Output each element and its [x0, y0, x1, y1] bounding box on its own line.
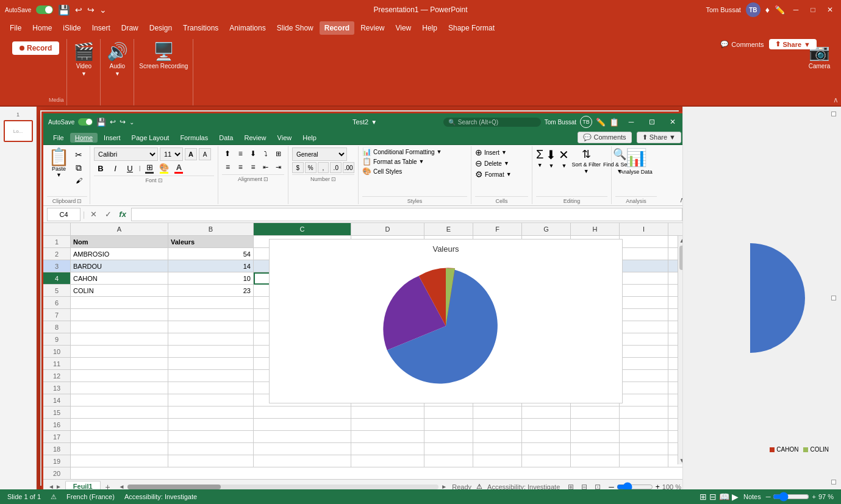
slideshow-icon[interactable]: ▶ [732, 492, 739, 502]
row-num-2[interactable]: 2 [43, 248, 70, 260]
pp-menu-home[interactable]: Home [27, 21, 57, 35]
pp-menu-slideshow[interactable]: Slide Show [272, 21, 318, 35]
col-header-h[interactable]: H [571, 223, 620, 235]
slide-sorter-icon[interactable]: ⊟ [709, 492, 717, 502]
format-painter-button[interactable]: 🖌 [72, 174, 85, 186]
slide-thumbnail-1[interactable]: Lo... [4, 120, 33, 142]
cut-button[interactable]: ✂ [72, 149, 85, 161]
normal-view-button[interactable]: ⊞ [565, 481, 577, 490]
font-family-selector[interactable]: Calibri [94, 147, 158, 161]
cell-b1[interactable]: Valeurs [168, 236, 254, 248]
pp-menu-review[interactable]: Review [356, 21, 389, 35]
excel-ink-icon[interactable]: ✏️ [596, 118, 606, 127]
increase-indent-button[interactable]: ⇥ [273, 161, 284, 173]
decrease-font-button[interactable]: A [199, 148, 211, 160]
cell-i9[interactable] [620, 333, 668, 346]
underline-button[interactable]: U [123, 162, 137, 174]
insert-function-icon[interactable]: fx [116, 208, 129, 221]
zoom-slider[interactable] [617, 482, 653, 490]
row-num-13[interactable]: 13 [43, 382, 70, 394]
col-header-j[interactable]: J [668, 223, 682, 235]
clear-button[interactable]: ✕ ▼ [559, 147, 569, 169]
clipboard-expand-icon[interactable]: ⊡ [77, 198, 82, 204]
cell-a5[interactable]: COLIN [71, 285, 168, 297]
excel-menu-formulas[interactable]: Formulas [175, 133, 213, 143]
fill-button[interactable]: ⬇ ▼ [546, 147, 556, 169]
excel-redo-icon[interactable]: ↪ [120, 118, 126, 126]
excel-tablet-icon[interactable]: 📋 [609, 118, 619, 127]
redo-icon[interactable]: ↪ [87, 5, 95, 15]
row-num-6[interactable]: 6 [43, 297, 70, 309]
cell-b4[interactable]: 10 [168, 272, 254, 285]
row-num-4[interactable]: 4 [43, 272, 70, 285]
close-button[interactable]: ✕ [824, 4, 836, 16]
number-format-selector[interactable]: General [292, 147, 347, 161]
row-num-9[interactable]: 9 [43, 333, 70, 346]
cell-a1[interactable]: Nom [71, 236, 168, 248]
align-bottom-button[interactable]: ⬇ [248, 147, 259, 160]
cell-b9[interactable] [168, 333, 254, 346]
add-sheet-button[interactable]: + [102, 481, 114, 490]
sheet-tab-feuil1[interactable]: Feuil1 [65, 481, 101, 489]
row-num-1[interactable]: 1 [43, 236, 70, 248]
delete-cells-button[interactable]: ⊖ Delete ▼ [475, 158, 528, 168]
horizontal-scroll-thumb[interactable] [127, 484, 221, 489]
cell-i5[interactable] [620, 285, 668, 297]
row-num-12[interactable]: 12 [43, 370, 70, 382]
row-num-17[interactable]: 17 [43, 431, 70, 443]
normal-view-icon[interactable]: ⊞ [700, 492, 707, 502]
minimize-button[interactable]: ─ [790, 4, 802, 16]
col-header-b[interactable]: B [168, 223, 254, 235]
cell-i7[interactable] [620, 309, 668, 321]
excel-menu-data[interactable]: Data [214, 133, 238, 143]
align-top-button[interactable]: ⬆ [222, 147, 234, 160]
excel-menu-file[interactable]: File [48, 133, 69, 143]
cell-b6[interactable] [168, 297, 254, 309]
col-header-e[interactable]: E [424, 223, 473, 235]
text-wrap-button[interactable]: ⤵ [260, 147, 271, 160]
undo-icon[interactable]: ↩ [75, 5, 82, 15]
insert-cells-button[interactable]: ⊕ Insert ▼ [475, 147, 528, 157]
font-size-selector[interactable]: 11 [160, 147, 183, 161]
pp-menu-insert[interactable]: Insert [87, 21, 115, 35]
selection-handle-bottom-right[interactable] [831, 480, 836, 484]
cell-a9[interactable] [71, 333, 168, 346]
zoom-out-button[interactable]: ─ [609, 483, 614, 490]
row-num-16[interactable]: 16 [43, 419, 70, 431]
align-middle-button[interactable]: ≡ [235, 147, 246, 160]
pp-notes-button[interactable]: Notes [743, 493, 761, 500]
audio-icon[interactable]: 🔊 [107, 41, 128, 62]
maximize-button[interactable]: □ [807, 4, 819, 16]
cell-a4[interactable]: CAHON [71, 272, 168, 285]
cell-b2[interactable]: 54 [168, 248, 254, 260]
pen-icon[interactable]: ✏️ [775, 5, 785, 15]
bold-button[interactable]: B [94, 162, 107, 174]
excel-comments-button[interactable]: 💬 Comments [578, 132, 631, 143]
cell-a8[interactable] [71, 321, 168, 333]
col-header-i[interactable]: I [620, 223, 668, 235]
border-button[interactable]: ⊞ [143, 163, 156, 174]
pp-zoom-slider[interactable] [773, 492, 809, 502]
excel-menu-view[interactable]: View [273, 133, 297, 143]
row-num-11[interactable]: 11 [43, 358, 70, 370]
cell-b8[interactable] [168, 321, 254, 333]
col-header-c[interactable]: C [254, 223, 351, 235]
formula-input[interactable] [131, 208, 682, 221]
pp-menu-shape-format[interactable]: Shape Format [443, 21, 499, 35]
decrease-decimal-button[interactable]: .0 [330, 162, 342, 173]
row-num-8[interactable]: 8 [43, 321, 70, 333]
cell-a3[interactable]: BARDOU [71, 260, 168, 272]
cell-i4[interactable] [620, 272, 668, 285]
reading-view-icon[interactable]: 📖 [719, 492, 729, 502]
col-header-g[interactable]: G [522, 223, 571, 235]
page-layout-view-button[interactable]: ⊡ [592, 481, 604, 490]
autosum-button[interactable]: Σ ▼ [536, 147, 543, 168]
horizontal-scrollbar-area[interactable]: ◄ ► [114, 483, 453, 489]
excel-ribbon-collapse-button[interactable]: ∧ [679, 196, 682, 204]
pp-menu-draw[interactable]: Draw [116, 21, 143, 35]
copy-button[interactable]: ⧉ [72, 161, 85, 174]
cell-a7[interactable] [71, 309, 168, 321]
row-num-18[interactable]: 18 [43, 443, 70, 455]
zoom-in-button[interactable]: + [656, 483, 660, 490]
row-num-7[interactable]: 7 [43, 309, 70, 321]
